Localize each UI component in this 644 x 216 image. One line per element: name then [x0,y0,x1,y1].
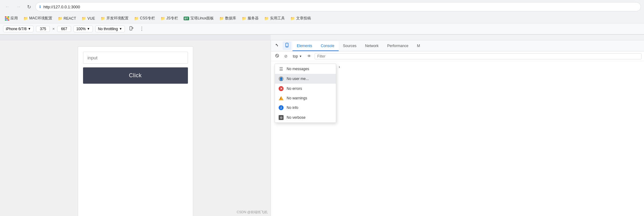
throttle-select[interactable]: No throttling ▼ [95,26,125,32]
filter-item-verbose-label: No verbose [287,115,305,120]
bookmark-mac[interactable]: 📁 MAC环境配置 [21,15,55,22]
throttle-dropdown-icon: ▼ [119,27,122,30]
folder-icon: 📁 [58,16,62,21]
folder-icon: 📁 [219,16,224,21]
tab-elements[interactable]: Elements [292,41,316,51]
browser-viewport: Click CSDN @前端纸飞机 [0,40,271,216]
zoom-value: 100% [76,27,86,31]
folder-icon: 📁 [101,16,105,21]
app-input[interactable] [83,52,188,64]
filter-item-messages[interactable]: ☰ No messages [275,64,336,74]
ruler [0,35,644,40]
folder-icon: 📁 [264,16,269,21]
bookmarks-bar: 应用 📁 MAC环境配置 📁 REACT 📁 VUE 📁 开发环境配置 📁 CS… [0,14,644,23]
dropdown-expand-arrow[interactable]: › [339,64,340,69]
svg-line-4 [276,55,278,57]
filter-item-messages-label: No messages [287,67,309,71]
verbose-icon: ⚙ [279,115,284,120]
main-area: Click CSDN @前端纸飞机 Elements [0,40,644,216]
bookmark-db[interactable]: 📁 数据库 [217,15,239,22]
forward-button[interactable]: → [14,3,23,11]
filter-item-errors-label: No errors [287,86,302,91]
bookmark-server-label: 服务器 [248,16,259,21]
height-input[interactable] [57,26,71,32]
error-icon: ✕ [279,86,284,91]
console-messages-area: ☰ No messages 👤 No user me... ✕ No error… [271,61,644,216]
console-toolbar: ⊘ top ▼ 👁 [271,51,644,61]
console-filter-dropdown: ☰ No messages 👤 No user me... ✕ No error… [275,64,336,123]
bookmark-css-label: CSS专栏 [140,16,155,21]
ruler-left [0,35,271,40]
filter-item-warnings-label: No warnings [287,96,307,100]
tab-sources[interactable]: Sources [339,41,361,51]
more-options-button[interactable]: ⋮ [138,25,146,33]
bookmark-dev-label: 开发环境配置 [106,16,129,21]
bookmark-tools[interactable]: 📁 实用工具 [262,15,287,22]
devtools-tab-icons [272,40,292,51]
bookmark-apps-label: 应用 [10,16,18,21]
folder-icon: 📁 [134,16,139,21]
security-icon: ℹ [39,5,41,9]
nav-bar: ← → ↻ ℹ http://127.0.0.1:3000 [0,0,644,14]
stop-button[interactable]: ⊘ [283,53,289,59]
bookmark-vue-label: VUE [87,16,95,21]
context-select[interactable]: top ▼ [291,54,304,59]
bookmark-css[interactable]: 📁 CSS专栏 [132,15,157,22]
inspect-icon-button[interactable] [273,42,282,50]
filter-item-info-label: No info [287,106,298,110]
bookmark-bt-label: 宝塔Linux面板 [190,16,214,21]
tab-console[interactable]: Console [316,41,339,51]
devtools-panel: Elements Console Sources Network Perform… [271,40,644,216]
tab-network[interactable]: Network [361,41,383,51]
filter-item-info[interactable]: i No info [275,103,336,113]
tab-more[interactable]: M [413,41,424,51]
svg-rect-0 [130,26,132,30]
warning-icon: ! [279,96,284,100]
filter-item-warnings[interactable]: ! No warnings [275,94,336,103]
bookmark-mac-label: MAC环境配置 [29,16,52,21]
bookmark-dev[interactable]: 📁 开发环境配置 [98,15,131,22]
bookmark-db-label: 数据库 [225,16,236,21]
device-select[interactable]: iPhone 6/7/8 ▼ [3,26,34,32]
bookmark-apps[interactable]: 应用 [2,15,20,22]
filter-item-verbose[interactable]: ⚙ No verbose [275,113,336,122]
filter-item-errors[interactable]: ✕ No errors [275,84,336,94]
back-button[interactable]: ← [3,3,12,11]
devtools-tabs: Elements Console Sources Network Perform… [271,40,644,51]
device-name: iPhone 6/7/8 [6,27,26,31]
bookmark-article-label: 文章投稿 [296,16,311,21]
throttle-value: No throttling [98,27,118,31]
bt-icon: BT [184,17,189,20]
bookmark-js[interactable]: 📁 JS专栏 [158,15,181,22]
reload-button[interactable]: ↻ [25,3,33,11]
bookmark-react-label: REACT [64,16,76,21]
bookmark-article[interactable]: 📁 文章投稿 [288,15,313,22]
device-mode-icon-button[interactable] [283,42,291,50]
filter-item-user[interactable]: 👤 No user me... [275,74,336,84]
address-bar[interactable]: ℹ http://127.0.0.1:3000 [35,2,641,11]
bookmark-server[interactable]: 📁 服务器 [239,15,261,22]
device-dropdown-icon: ▼ [28,27,31,30]
ruler-devtools [271,35,644,40]
folder-icon: 📁 [242,16,246,21]
bookmark-bt[interactable]: BT 宝塔Linux面板 [181,15,217,22]
context-dropdown-icon: ▼ [299,55,302,58]
zoom-select[interactable]: 100% ▼ [74,26,93,32]
device-toolbar: iPhone 6/7/8 ▼ × 100% ▼ No throttling ▼ … [0,23,644,34]
folder-icon: 📁 [161,16,165,21]
watermark: CSDN @前端纸飞机 [237,210,268,214]
tab-performance[interactable]: Performance [383,41,413,51]
app-click-button[interactable]: Click [83,67,188,84]
url-text: http://127.0.0.1:3000 [43,5,637,9]
filter-input[interactable] [315,53,642,59]
width-input[interactable] [36,26,50,32]
bookmark-react[interactable]: 📁 REACT [55,15,79,22]
rotate-button[interactable] [127,25,135,33]
user-icon: 👤 [279,76,284,81]
dimension-separator: × [52,26,55,31]
info-icon: i [279,105,284,110]
folder-icon: 📁 [81,16,86,21]
eye-icon-button[interactable]: 👁 [306,53,313,59]
bookmark-vue[interactable]: 📁 VUE [79,15,97,22]
clear-console-button[interactable] [273,53,281,60]
